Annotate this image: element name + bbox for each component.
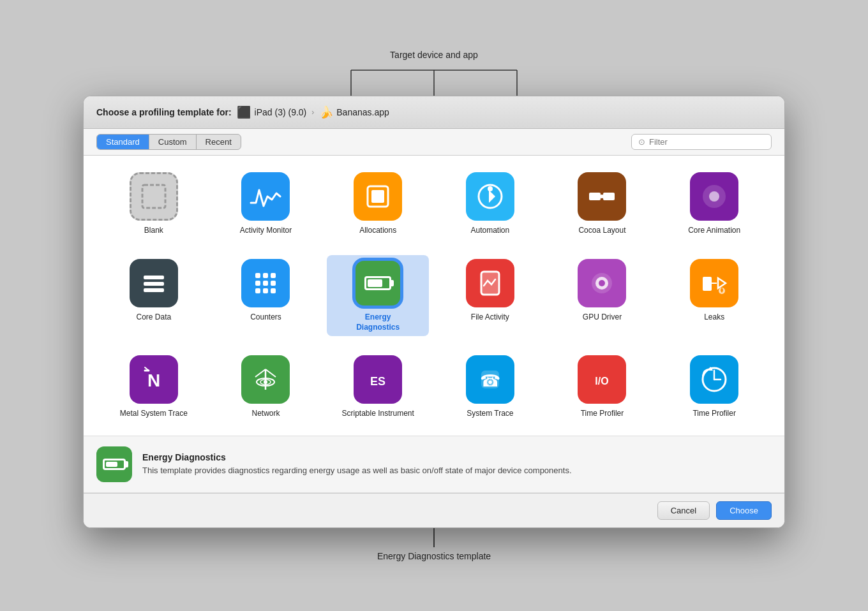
cancel-button[interactable]: Cancel [657, 501, 710, 520]
bottom-line [433, 528, 435, 547]
template-automation[interactable]: Automation [439, 168, 541, 240]
counters-svg [250, 268, 281, 298]
template-time-display[interactable]: Time Profiler [663, 351, 765, 423]
device-name: iPad (3) (9.0) [255, 107, 307, 117]
template-counters[interactable]: Counters [215, 255, 317, 336]
cocoa-layout-label: Cocoa Layout [578, 226, 625, 236]
banana-icon: 🍌 [319, 105, 333, 119]
template-allocations[interactable]: Allocations [327, 168, 429, 240]
time-display-label: Time Profiler [692, 409, 736, 419]
description-area: Energy Diagnostics This template provide… [84, 436, 784, 493]
tab-recent[interactable]: Recent [197, 135, 241, 149]
core-data-svg [138, 268, 169, 298]
file-activity-icon [466, 259, 514, 307]
allocations-svg [363, 181, 393, 212]
time-profiler-icon: I/O [578, 355, 626, 404]
svg-marker-8 [489, 190, 495, 203]
scriptable-icon: ES [354, 355, 402, 404]
template-core-data[interactable]: Core Data [103, 255, 205, 336]
core-animation-svg [699, 181, 730, 212]
svg-rect-27 [271, 288, 276, 293]
filter-box[interactable]: ⊙ [631, 134, 772, 150]
template-file-activity[interactable]: File Activity [439, 255, 541, 336]
leaks-icon [690, 259, 738, 307]
template-core-animation[interactable]: Core Animation [663, 168, 765, 240]
svg-line-41 [266, 369, 276, 377]
svg-rect-20 [263, 273, 268, 278]
svg-rect-24 [271, 281, 276, 286]
desc-battery-icon [103, 459, 126, 470]
file-activity-label: File Activity [471, 313, 509, 323]
svg-rect-26 [263, 288, 268, 293]
desc-icon [96, 446, 132, 482]
dialog-header: Choose a profiling template for: ⬛ iPad … [84, 96, 784, 129]
svg-text:ES: ES [370, 375, 385, 388]
svg-rect-33 [703, 277, 712, 291]
template-leaks[interactable]: Leaks [663, 255, 765, 336]
leaks-label: Leaks [704, 313, 724, 323]
tab-group: Standard Custom Recent [96, 134, 241, 150]
time-profiler-label: Time Profiler [581, 409, 624, 419]
svg-rect-16 [144, 276, 164, 279]
bottom-annotation-label: Energy Diagnostics template [377, 551, 491, 561]
battery-icon [364, 276, 391, 290]
battery-fill [368, 279, 382, 287]
svg-rect-10 [589, 193, 601, 200]
svg-point-13 [600, 195, 604, 198]
template-blank[interactable]: Blank [103, 168, 205, 240]
network-svg [250, 364, 281, 395]
template-metal[interactable]: N Metal System Trace [103, 351, 205, 423]
time-profiler-svg: I/O [587, 364, 617, 395]
top-annotation-label: Target device and app [390, 50, 478, 60]
gpu-svg [587, 268, 617, 298]
leaks-svg [699, 268, 730, 298]
svg-line-40 [255, 369, 266, 377]
system-trace-label: System Trace [467, 409, 513, 419]
template-time-profiler[interactable]: I/O Time Profiler [551, 351, 654, 423]
svg-rect-25 [255, 288, 260, 293]
header-label: Choose a profiling template for: [96, 107, 232, 117]
allocations-label: Allocations [359, 226, 396, 236]
cocoa-svg [587, 181, 617, 212]
svg-point-44 [264, 380, 267, 384]
metal-label: Metal System Trace [120, 409, 188, 419]
bracket-annotation [313, 64, 555, 96]
template-grid: Blank Activity Monitor Allocations [84, 156, 784, 435]
svg-rect-19 [255, 273, 260, 278]
tab-custom[interactable]: Custom [149, 135, 197, 149]
activity-svg [250, 184, 281, 209]
template-scriptable[interactable]: ES Scriptable Instrument [327, 351, 429, 423]
system-trace-svg: ☎ [475, 364, 505, 395]
chevron-icon: › [311, 108, 314, 117]
svg-rect-23 [263, 281, 268, 286]
gpu-icon [578, 259, 626, 307]
automation-label: Automation [470, 226, 509, 236]
tab-standard[interactable]: Standard [97, 135, 149, 149]
svg-rect-4 [142, 185, 165, 208]
template-energy-diagnostics[interactable]: EnergyDiagnostics [327, 255, 429, 336]
automation-icon [466, 172, 514, 221]
svg-text:N: N [147, 371, 160, 390]
svg-point-32 [599, 280, 605, 286]
template-network[interactable]: Network [215, 351, 317, 423]
template-system-trace[interactable]: ☎ System Trace [439, 351, 541, 423]
activity-monitor-label: Activity Monitor [240, 226, 292, 236]
template-activity-monitor[interactable]: Activity Monitor [215, 168, 317, 240]
cocoa-icon [578, 172, 626, 221]
blank-icon [130, 172, 178, 221]
metal-icon: N [130, 355, 178, 404]
core-data-icon [130, 259, 178, 307]
template-cocoa-layout[interactable]: Cocoa Layout [551, 168, 654, 240]
core-animation-icon [690, 172, 738, 221]
system-trace-icon: ☎ [466, 355, 514, 404]
app-name: Bananas.app [336, 107, 389, 117]
gpu-driver-label: GPU Driver [583, 313, 622, 323]
core-data-label: Core Data [136, 313, 171, 323]
toolbar: Standard Custom Recent ⊙ [84, 129, 784, 156]
blank-svg [138, 181, 169, 212]
app-chip: 🍌 Bananas.app [319, 105, 389, 119]
dialog: Choose a profiling template for: ⬛ iPad … [83, 96, 785, 527]
choose-button[interactable]: Choose [716, 501, 772, 520]
template-gpu-driver[interactable]: GPU Driver [551, 255, 654, 336]
filter-input[interactable] [649, 137, 765, 147]
